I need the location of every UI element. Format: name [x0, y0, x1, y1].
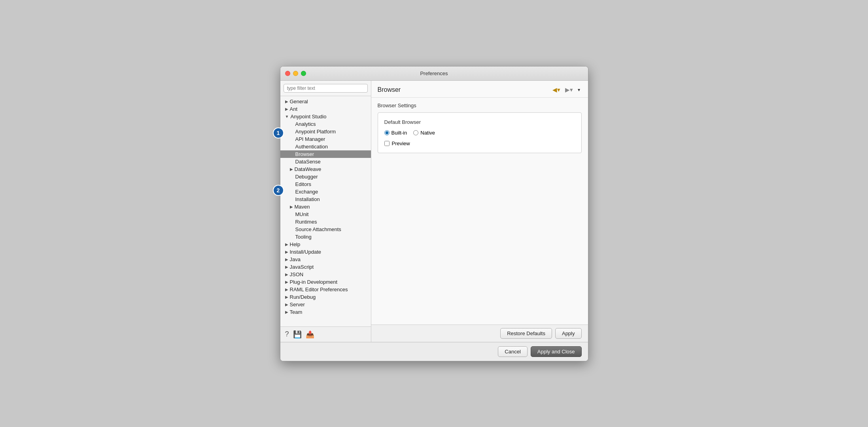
chevron-right-icon: ▶	[285, 302, 288, 307]
sidebar-item-exchange[interactable]: Exchange	[280, 188, 371, 195]
close-button[interactable]	[285, 71, 290, 76]
sidebar-item-label: RAML Editor Preferences	[290, 287, 348, 292]
sidebar-item-label: Help	[290, 241, 301, 247]
sidebar-item-anypoint-platform[interactable]: Anypoint Platform	[280, 128, 371, 135]
main-content: ▶General▶Ant▼Anypoint StudioAnalyticsAny…	[280, 81, 588, 342]
menu-button[interactable]: ▾	[576, 86, 582, 93]
radio-native-input[interactable]	[413, 130, 418, 135]
sidebar-item-api-manager[interactable]: API Manager	[280, 135, 371, 143]
sidebar-item-label: Browser	[295, 151, 314, 157]
sidebar-item-datasense[interactable]: DataSense	[280, 158, 371, 165]
sidebar-bottom: ? 💾 📤	[280, 326, 371, 342]
sidebar-item-general[interactable]: ▶General	[280, 98, 371, 105]
settings-box: Default Browser Built-in Native	[378, 112, 582, 153]
sidebar-item-label: MUnit	[295, 211, 309, 217]
sidebar-item-label: Debugger	[295, 174, 318, 180]
preview-checkbox[interactable]	[384, 141, 390, 146]
sidebar-item-label: Install/Update	[290, 249, 321, 255]
search-input[interactable]	[284, 84, 368, 93]
sidebar-item-editors[interactable]: Editors	[280, 180, 371, 188]
sidebar-item-runtimes[interactable]: Runtimes	[280, 218, 371, 226]
chevron-right-icon: ▶	[285, 295, 288, 299]
sidebar-item-team[interactable]: ▶Team	[280, 308, 371, 316]
window-title: Preferences	[420, 70, 448, 76]
cancel-button[interactable]: Cancel	[498, 346, 527, 357]
back-arrow-icon: ◀▾	[552, 86, 560, 93]
sidebar-item-debugger[interactable]: Debugger	[280, 173, 371, 180]
apply-and-close-button[interactable]: Apply and Close	[531, 346, 582, 357]
sidebar-item-label: Installation	[295, 196, 320, 202]
apply-button[interactable]: Apply	[555, 328, 582, 339]
sidebar-item-raml-editor[interactable]: ▶RAML Editor Preferences	[280, 286, 371, 293]
sidebar-item-java[interactable]: ▶Java	[280, 256, 371, 263]
sidebar-item-source-attachments[interactable]: Source Attachments	[280, 226, 371, 233]
preferences-window: Preferences ▶General▶Ant▼Anypoint Studio…	[280, 66, 588, 361]
forward-arrow-icon: ▶▾	[565, 86, 573, 93]
radio-native[interactable]: Native	[413, 130, 435, 136]
sidebar-tree: ▶General▶Ant▼Anypoint StudioAnalyticsAny…	[280, 96, 371, 326]
maximize-button[interactable]	[301, 71, 306, 76]
back-button[interactable]: ◀▾	[551, 85, 562, 94]
traffic-lights	[285, 71, 306, 76]
sidebar-item-run-debug[interactable]: ▶Run/Debug	[280, 293, 371, 301]
sidebar-item-analytics[interactable]: Analytics	[280, 120, 371, 128]
sidebar-item-label: Ant	[290, 106, 298, 112]
radio-builtin-input[interactable]	[384, 130, 390, 135]
restore-defaults-button[interactable]: Restore Defaults	[500, 328, 552, 339]
sidebar-item-dataweave[interactable]: ▶DataWeave	[280, 165, 371, 173]
chevron-right-icon: ▶	[285, 99, 288, 104]
sidebar-filter-area	[280, 81, 371, 96]
sidebar-item-label: Editors	[295, 181, 311, 187]
sidebar-item-label: DataWeave	[295, 166, 321, 172]
sidebar-item-munit[interactable]: MUnit	[280, 211, 371, 218]
content-footer: Restore Defaults Apply	[371, 325, 588, 342]
sidebar-item-server[interactable]: ▶Server	[280, 301, 371, 308]
sidebar-item-anypoint-studio[interactable]: ▼Anypoint Studio	[280, 113, 371, 120]
chevron-right-icon: ▶	[285, 250, 288, 254]
forward-button[interactable]: ▶▾	[564, 85, 575, 94]
sidebar-item-json[interactable]: ▶JSON	[280, 271, 371, 278]
sidebar-item-javascript[interactable]: ▶JavaScript	[280, 263, 371, 271]
callout-2: 2	[273, 185, 284, 196]
chevron-right-icon: ▶	[285, 310, 288, 314]
sidebar-item-label: Anypoint Studio	[290, 114, 326, 120]
sidebar-item-help[interactable]: ▶Help	[280, 241, 371, 248]
help-icon[interactable]: ?	[285, 330, 289, 338]
preview-label: Preview	[392, 140, 410, 146]
sidebar-item-plugin-development[interactable]: ▶Plug-in Development	[280, 278, 371, 286]
sidebar-item-ant[interactable]: ▶Ant	[280, 105, 371, 113]
sidebar-item-label: Exchange	[295, 189, 318, 195]
sidebar-item-label: JavaScript	[290, 264, 314, 270]
sidebar-item-label: Tooling	[295, 234, 312, 240]
sidebar-item-label: Authentication	[295, 144, 328, 150]
sidebar-item-label: Anypoint Platform	[295, 129, 336, 135]
radio-builtin[interactable]: Built-in	[384, 130, 407, 136]
sidebar-item-maven[interactable]: ▶Maven	[280, 203, 371, 211]
chevron-right-icon: ▶	[285, 272, 288, 277]
import-icon[interactable]: 💾	[293, 330, 302, 339]
radio-group: Built-in Native	[384, 130, 575, 136]
sidebar-item-label: DataSense	[295, 159, 321, 165]
sidebar-item-install-update[interactable]: ▶Install/Update	[280, 248, 371, 256]
sidebar-item-authentication[interactable]: Authentication	[280, 143, 371, 150]
chevron-right-icon: ▶	[285, 287, 288, 292]
checkbox-preview-group: Preview	[384, 140, 575, 146]
radio-native-label: Native	[420, 130, 435, 136]
sidebar-item-label: Plug-in Development	[290, 279, 338, 285]
callout-1: 1	[273, 127, 284, 139]
export-icon[interactable]: 📤	[306, 330, 314, 339]
sidebar-item-label: Runtimes	[295, 219, 317, 225]
bottom-bar: Cancel Apply and Close	[280, 342, 588, 361]
sidebar-item-installation[interactable]: Installation	[280, 195, 371, 203]
sidebar-item-browser[interactable]: Browser	[280, 150, 371, 158]
chevron-right-icon: ▶	[290, 205, 293, 209]
sidebar: ▶General▶Ant▼Anypoint StudioAnalyticsAny…	[280, 81, 371, 342]
chevron-right-icon: ▶	[285, 242, 288, 247]
minimize-button[interactable]	[293, 71, 298, 76]
sidebar-item-label: General	[290, 99, 308, 104]
titlebar: Preferences	[280, 66, 588, 81]
header-icons: ◀▾ ▶▾ ▾	[551, 85, 582, 94]
sidebar-item-label: Maven	[295, 204, 310, 210]
sidebar-item-label: API Manager	[295, 136, 325, 142]
sidebar-item-tooling[interactable]: Tooling	[280, 233, 371, 241]
